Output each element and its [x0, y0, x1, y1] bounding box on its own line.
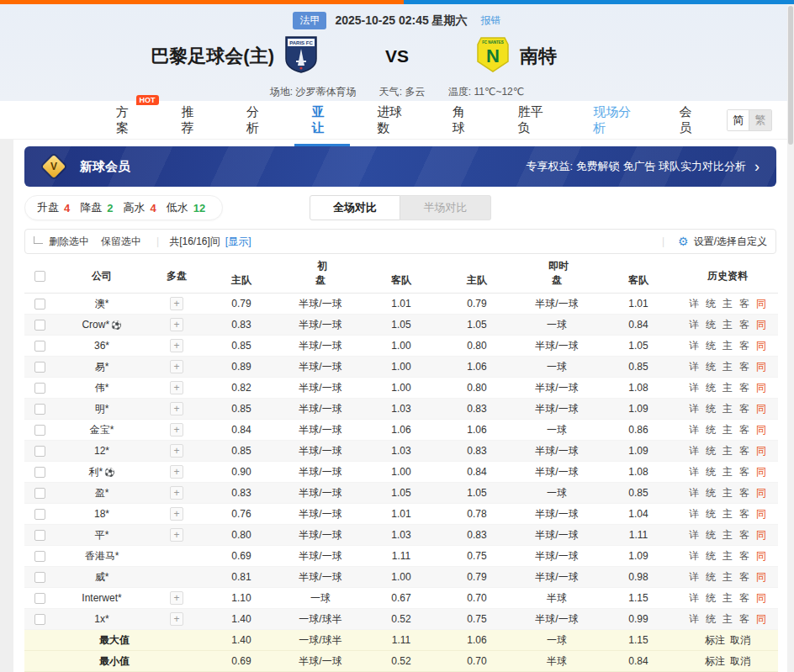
tab-现场分析[interactable]: 现场分析 — [591, 94, 636, 146]
history-link-主[interactable]: 主 — [723, 529, 733, 541]
expand-odds-button[interactable]: + — [170, 486, 183, 500]
history-link-客[interactable]: 客 — [739, 319, 749, 331]
select-all-checkbox[interactable] — [34, 271, 45, 282]
row-checkbox[interactable] — [34, 320, 45, 331]
cancel-button[interactable]: 取消 — [730, 634, 750, 646]
history-link-统[interactable]: 统 — [706, 361, 716, 373]
history-link-统[interactable]: 统 — [706, 550, 716, 562]
row-checkbox[interactable] — [34, 593, 45, 604]
history-link-客[interactable]: 客 — [739, 361, 749, 373]
tab-角球[interactable]: 角球 — [451, 94, 475, 146]
history-link-客[interactable]: 客 — [739, 403, 749, 415]
lang-simplified-button[interactable]: 简 — [728, 110, 749, 130]
history-link-详[interactable]: 详 — [689, 529, 699, 541]
history-link-统[interactable]: 统 — [706, 382, 716, 394]
expand-odds-button[interactable]: + — [170, 297, 183, 310]
history-link-同[interactable]: 同 — [756, 445, 766, 457]
history-link-统[interactable]: 统 — [706, 592, 716, 604]
history-link-详[interactable]: 详 — [689, 403, 699, 415]
expand-odds-button[interactable]: + — [170, 465, 183, 479]
row-checkbox[interactable] — [34, 383, 45, 394]
history-link-详[interactable]: 详 — [689, 466, 699, 478]
history-link-客[interactable]: 客 — [739, 382, 749, 394]
history-link-主[interactable]: 主 — [723, 340, 733, 352]
history-link-详[interactable]: 详 — [689, 340, 699, 352]
history-link-统[interactable]: 统 — [706, 403, 716, 415]
history-link-同[interactable]: 同 — [756, 529, 766, 541]
row-checkbox[interactable] — [34, 509, 45, 520]
history-link-统[interactable]: 统 — [706, 298, 716, 310]
row-checkbox[interactable] — [34, 488, 45, 499]
history-link-详[interactable]: 详 — [689, 361, 699, 373]
settings-button[interactable]: | ⚙ 设置/选择自定义 — [662, 235, 767, 249]
history-link-统[interactable]: 统 — [706, 340, 716, 352]
tab-推荐[interactable]: 推荐 — [180, 94, 204, 146]
page-scrollbar[interactable] — [787, 4, 794, 672]
history-link-客[interactable]: 客 — [739, 592, 749, 604]
row-checkbox[interactable] — [34, 425, 45, 436]
cancel-button[interactable]: 取消 — [730, 655, 750, 667]
expand-odds-button[interactable]: + — [170, 360, 183, 373]
row-checkbox[interactable] — [34, 530, 45, 541]
full-match-compare-button[interactable]: 全场对比 — [310, 195, 400, 220]
expand-odds-button[interactable]: + — [170, 423, 183, 437]
history-link-客[interactable]: 客 — [739, 466, 749, 478]
history-link-详[interactable]: 详 — [689, 445, 699, 457]
history-link-主[interactable]: 主 — [723, 466, 733, 478]
show-link[interactable]: [显示] — [225, 235, 251, 249]
history-link-主[interactable]: 主 — [723, 571, 733, 583]
vip-member-banner[interactable]: V 新球会员 专享权益: 免费解锁 免广告 球队实力对比分析 › — [24, 146, 776, 187]
scrollbar-thumb[interactable] — [788, 6, 793, 145]
history-link-同[interactable]: 同 — [756, 487, 766, 499]
lang-traditional-button[interactable]: 繁 — [749, 110, 771, 130]
history-link-统[interactable]: 统 — [706, 424, 716, 436]
history-link-统[interactable]: 统 — [706, 529, 716, 541]
history-link-同[interactable]: 同 — [756, 403, 766, 415]
history-link-详[interactable]: 详 — [689, 319, 699, 331]
expand-odds-button[interactable]: + — [170, 528, 183, 542]
tab-方案[interactable]: 方案HOT — [114, 94, 139, 146]
tab-会员[interactable]: 会员 — [677, 94, 701, 146]
history-link-主[interactable]: 主 — [723, 424, 733, 436]
history-link-详[interactable]: 详 — [689, 508, 699, 520]
history-link-主[interactable]: 主 — [723, 592, 733, 604]
expand-odds-button[interactable]: + — [170, 507, 183, 521]
history-link-客[interactable]: 客 — [739, 508, 749, 520]
history-link-统[interactable]: 统 — [706, 466, 716, 478]
row-checkbox[interactable] — [34, 551, 45, 562]
mark-button[interactable]: 标注 — [705, 655, 725, 667]
history-link-详[interactable]: 详 — [689, 571, 699, 583]
history-link-统[interactable]: 统 — [706, 613, 716, 625]
history-link-同[interactable]: 同 — [756, 424, 766, 436]
history-link-详[interactable]: 详 — [689, 550, 699, 562]
history-link-统[interactable]: 统 — [706, 445, 716, 457]
row-checkbox[interactable] — [34, 446, 45, 457]
history-link-统[interactable]: 统 — [706, 487, 716, 499]
history-link-同[interactable]: 同 — [756, 466, 766, 478]
history-link-详[interactable]: 详 — [689, 487, 699, 499]
history-link-同[interactable]: 同 — [756, 571, 766, 583]
history-link-客[interactable]: 客 — [739, 550, 749, 562]
row-checkbox[interactable] — [34, 614, 45, 625]
expand-odds-button[interactable]: + — [170, 339, 183, 352]
history-link-统[interactable]: 统 — [706, 571, 716, 583]
history-link-主[interactable]: 主 — [723, 487, 733, 499]
history-link-主[interactable]: 主 — [723, 613, 733, 625]
history-link-主[interactable]: 主 — [723, 361, 733, 373]
report-error-link[interactable]: 报错 — [481, 13, 501, 28]
expand-odds-button[interactable]: + — [170, 381, 183, 394]
row-checkbox[interactable] — [34, 572, 45, 583]
expand-odds-button[interactable]: + — [170, 444, 183, 458]
expand-odds-button[interactable]: + — [170, 612, 183, 626]
history-link-主[interactable]: 主 — [723, 508, 733, 520]
history-link-主[interactable]: 主 — [723, 382, 733, 394]
row-checkbox[interactable] — [34, 362, 45, 373]
history-link-客[interactable]: 客 — [739, 298, 749, 310]
history-link-主[interactable]: 主 — [723, 445, 733, 457]
history-link-详[interactable]: 详 — [689, 424, 699, 436]
tab-胜平负[interactable]: 胜平负 — [516, 94, 551, 146]
history-link-客[interactable]: 客 — [739, 340, 749, 352]
expand-odds-button[interactable]: + — [170, 318, 183, 331]
tab-分析[interactable]: 分析 — [245, 94, 269, 146]
history-link-同[interactable]: 同 — [756, 592, 766, 604]
